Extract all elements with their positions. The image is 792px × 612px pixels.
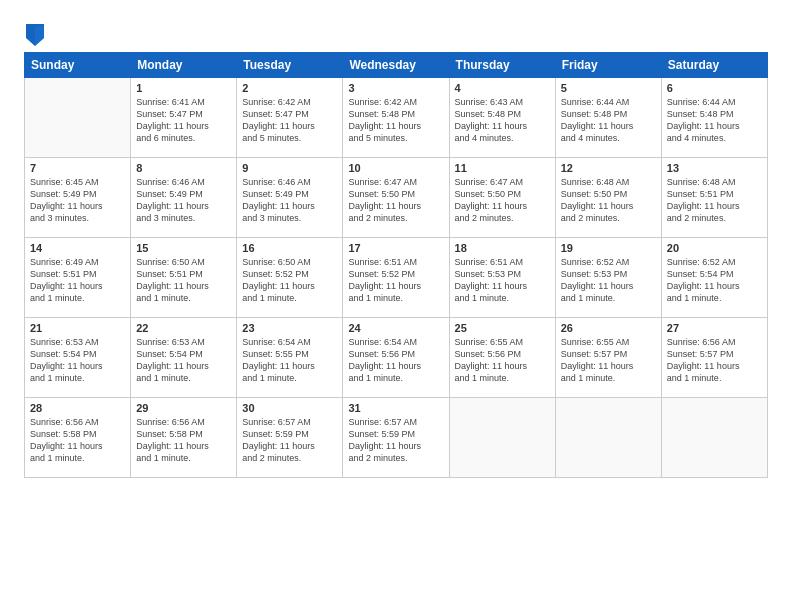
day-info: Sunrise: 6:47 AM Sunset: 5:50 PM Dayligh… bbox=[455, 176, 550, 225]
calendar-cell: 24Sunrise: 6:54 AM Sunset: 5:56 PM Dayli… bbox=[343, 318, 449, 398]
day-number: 8 bbox=[136, 162, 231, 174]
calendar-cell: 7Sunrise: 6:45 AM Sunset: 5:49 PM Daylig… bbox=[25, 158, 131, 238]
weekday-header-sunday: Sunday bbox=[25, 53, 131, 78]
day-number: 13 bbox=[667, 162, 762, 174]
day-number: 25 bbox=[455, 322, 550, 334]
day-number: 10 bbox=[348, 162, 443, 174]
calendar-cell: 4Sunrise: 6:43 AM Sunset: 5:48 PM Daylig… bbox=[449, 78, 555, 158]
day-info: Sunrise: 6:51 AM Sunset: 5:53 PM Dayligh… bbox=[455, 256, 550, 305]
day-number: 4 bbox=[455, 82, 550, 94]
day-info: Sunrise: 6:45 AM Sunset: 5:49 PM Dayligh… bbox=[30, 176, 125, 225]
calendar-cell bbox=[661, 398, 767, 478]
day-info: Sunrise: 6:48 AM Sunset: 5:51 PM Dayligh… bbox=[667, 176, 762, 225]
weekday-header-wednesday: Wednesday bbox=[343, 53, 449, 78]
day-info: Sunrise: 6:44 AM Sunset: 5:48 PM Dayligh… bbox=[667, 96, 762, 145]
day-number: 24 bbox=[348, 322, 443, 334]
calendar-cell: 14Sunrise: 6:49 AM Sunset: 5:51 PM Dayli… bbox=[25, 238, 131, 318]
calendar-cell: 19Sunrise: 6:52 AM Sunset: 5:53 PM Dayli… bbox=[555, 238, 661, 318]
day-info: Sunrise: 6:41 AM Sunset: 5:47 PM Dayligh… bbox=[136, 96, 231, 145]
logo bbox=[24, 24, 44, 46]
weekday-header-monday: Monday bbox=[131, 53, 237, 78]
day-number: 5 bbox=[561, 82, 656, 94]
calendar-cell bbox=[449, 398, 555, 478]
day-number: 14 bbox=[30, 242, 125, 254]
day-info: Sunrise: 6:44 AM Sunset: 5:48 PM Dayligh… bbox=[561, 96, 656, 145]
calendar-week-row: 14Sunrise: 6:49 AM Sunset: 5:51 PM Dayli… bbox=[25, 238, 768, 318]
day-number: 1 bbox=[136, 82, 231, 94]
day-number: 18 bbox=[455, 242, 550, 254]
day-number: 23 bbox=[242, 322, 337, 334]
day-info: Sunrise: 6:46 AM Sunset: 5:49 PM Dayligh… bbox=[136, 176, 231, 225]
calendar-week-row: 21Sunrise: 6:53 AM Sunset: 5:54 PM Dayli… bbox=[25, 318, 768, 398]
day-number: 12 bbox=[561, 162, 656, 174]
weekday-header-row: SundayMondayTuesdayWednesdayThursdayFrid… bbox=[25, 53, 768, 78]
calendar-cell: 2Sunrise: 6:42 AM Sunset: 5:47 PM Daylig… bbox=[237, 78, 343, 158]
calendar-cell: 5Sunrise: 6:44 AM Sunset: 5:48 PM Daylig… bbox=[555, 78, 661, 158]
calendar-week-row: 7Sunrise: 6:45 AM Sunset: 5:49 PM Daylig… bbox=[25, 158, 768, 238]
calendar-cell: 25Sunrise: 6:55 AM Sunset: 5:56 PM Dayli… bbox=[449, 318, 555, 398]
calendar-cell: 15Sunrise: 6:50 AM Sunset: 5:51 PM Dayli… bbox=[131, 238, 237, 318]
day-info: Sunrise: 6:56 AM Sunset: 5:58 PM Dayligh… bbox=[136, 416, 231, 465]
day-info: Sunrise: 6:47 AM Sunset: 5:50 PM Dayligh… bbox=[348, 176, 443, 225]
header bbox=[24, 20, 768, 46]
day-info: Sunrise: 6:52 AM Sunset: 5:54 PM Dayligh… bbox=[667, 256, 762, 305]
calendar-cell: 28Sunrise: 6:56 AM Sunset: 5:58 PM Dayli… bbox=[25, 398, 131, 478]
day-info: Sunrise: 6:46 AM Sunset: 5:49 PM Dayligh… bbox=[242, 176, 337, 225]
calendar-cell: 26Sunrise: 6:55 AM Sunset: 5:57 PM Dayli… bbox=[555, 318, 661, 398]
day-number: 11 bbox=[455, 162, 550, 174]
calendar-cell: 18Sunrise: 6:51 AM Sunset: 5:53 PM Dayli… bbox=[449, 238, 555, 318]
calendar-cell: 1Sunrise: 6:41 AM Sunset: 5:47 PM Daylig… bbox=[131, 78, 237, 158]
day-info: Sunrise: 6:48 AM Sunset: 5:50 PM Dayligh… bbox=[561, 176, 656, 225]
calendar-cell: 12Sunrise: 6:48 AM Sunset: 5:50 PM Dayli… bbox=[555, 158, 661, 238]
day-info: Sunrise: 6:57 AM Sunset: 5:59 PM Dayligh… bbox=[242, 416, 337, 465]
day-number: 15 bbox=[136, 242, 231, 254]
day-info: Sunrise: 6:56 AM Sunset: 5:57 PM Dayligh… bbox=[667, 336, 762, 385]
calendar-cell: 27Sunrise: 6:56 AM Sunset: 5:57 PM Dayli… bbox=[661, 318, 767, 398]
day-info: Sunrise: 6:54 AM Sunset: 5:56 PM Dayligh… bbox=[348, 336, 443, 385]
day-number: 7 bbox=[30, 162, 125, 174]
calendar-cell: 17Sunrise: 6:51 AM Sunset: 5:52 PM Dayli… bbox=[343, 238, 449, 318]
calendar-cell bbox=[555, 398, 661, 478]
day-number: 19 bbox=[561, 242, 656, 254]
calendar-cell: 6Sunrise: 6:44 AM Sunset: 5:48 PM Daylig… bbox=[661, 78, 767, 158]
day-number: 16 bbox=[242, 242, 337, 254]
day-number: 17 bbox=[348, 242, 443, 254]
logo-icon bbox=[26, 24, 44, 46]
calendar-cell: 9Sunrise: 6:46 AM Sunset: 5:49 PM Daylig… bbox=[237, 158, 343, 238]
day-info: Sunrise: 6:43 AM Sunset: 5:48 PM Dayligh… bbox=[455, 96, 550, 145]
day-number: 31 bbox=[348, 402, 443, 414]
day-info: Sunrise: 6:56 AM Sunset: 5:58 PM Dayligh… bbox=[30, 416, 125, 465]
day-number: 29 bbox=[136, 402, 231, 414]
day-info: Sunrise: 6:49 AM Sunset: 5:51 PM Dayligh… bbox=[30, 256, 125, 305]
calendar-cell: 3Sunrise: 6:42 AM Sunset: 5:48 PM Daylig… bbox=[343, 78, 449, 158]
day-info: Sunrise: 6:54 AM Sunset: 5:55 PM Dayligh… bbox=[242, 336, 337, 385]
day-info: Sunrise: 6:53 AM Sunset: 5:54 PM Dayligh… bbox=[136, 336, 231, 385]
calendar-cell bbox=[25, 78, 131, 158]
day-number: 21 bbox=[30, 322, 125, 334]
day-info: Sunrise: 6:51 AM Sunset: 5:52 PM Dayligh… bbox=[348, 256, 443, 305]
calendar-cell: 13Sunrise: 6:48 AM Sunset: 5:51 PM Dayli… bbox=[661, 158, 767, 238]
day-info: Sunrise: 6:42 AM Sunset: 5:47 PM Dayligh… bbox=[242, 96, 337, 145]
calendar-cell: 29Sunrise: 6:56 AM Sunset: 5:58 PM Dayli… bbox=[131, 398, 237, 478]
day-info: Sunrise: 6:55 AM Sunset: 5:57 PM Dayligh… bbox=[561, 336, 656, 385]
day-number: 6 bbox=[667, 82, 762, 94]
calendar-cell: 23Sunrise: 6:54 AM Sunset: 5:55 PM Dayli… bbox=[237, 318, 343, 398]
weekday-header-tuesday: Tuesday bbox=[237, 53, 343, 78]
day-info: Sunrise: 6:57 AM Sunset: 5:59 PM Dayligh… bbox=[348, 416, 443, 465]
calendar-cell: 11Sunrise: 6:47 AM Sunset: 5:50 PM Dayli… bbox=[449, 158, 555, 238]
calendar-week-row: 1Sunrise: 6:41 AM Sunset: 5:47 PM Daylig… bbox=[25, 78, 768, 158]
day-info: Sunrise: 6:55 AM Sunset: 5:56 PM Dayligh… bbox=[455, 336, 550, 385]
day-number: 28 bbox=[30, 402, 125, 414]
day-number: 27 bbox=[667, 322, 762, 334]
calendar-cell: 20Sunrise: 6:52 AM Sunset: 5:54 PM Dayli… bbox=[661, 238, 767, 318]
calendar-table: SundayMondayTuesdayWednesdayThursdayFrid… bbox=[24, 52, 768, 478]
day-number: 26 bbox=[561, 322, 656, 334]
calendar-cell: 21Sunrise: 6:53 AM Sunset: 5:54 PM Dayli… bbox=[25, 318, 131, 398]
day-number: 2 bbox=[242, 82, 337, 94]
calendar-cell: 31Sunrise: 6:57 AM Sunset: 5:59 PM Dayli… bbox=[343, 398, 449, 478]
day-number: 3 bbox=[348, 82, 443, 94]
day-number: 22 bbox=[136, 322, 231, 334]
day-number: 20 bbox=[667, 242, 762, 254]
day-number: 9 bbox=[242, 162, 337, 174]
calendar-week-row: 28Sunrise: 6:56 AM Sunset: 5:58 PM Dayli… bbox=[25, 398, 768, 478]
